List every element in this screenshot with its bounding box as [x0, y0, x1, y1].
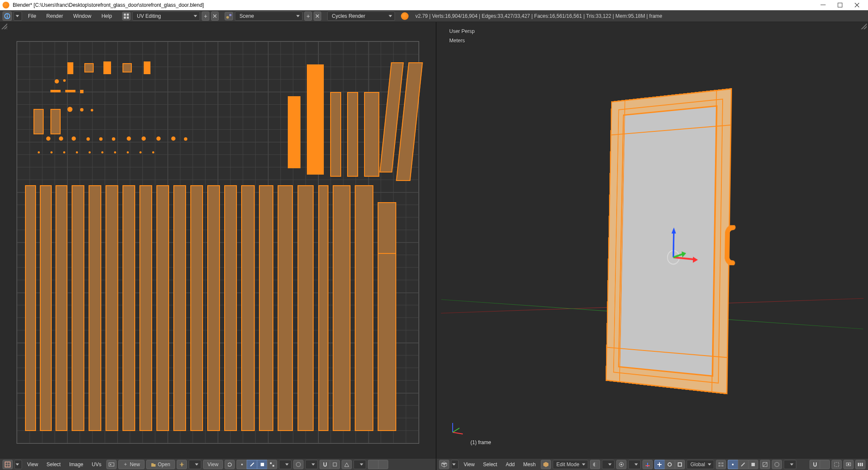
area-corner-icon[interactable] — [1, 23, 7, 29]
svg-rect-45 — [751, 463, 755, 466]
svg-rect-6 — [127, 14, 129, 16]
uv-canvas[interactable] — [17, 41, 419, 444]
transform-gizmo[interactable] — [658, 222, 704, 276]
svg-rect-31 — [333, 463, 337, 466]
door-handle — [725, 225, 737, 265]
occlude-icon[interactable] — [760, 460, 770, 469]
3d-editor-type-icon[interactable] — [439, 460, 449, 469]
layers-icon[interactable] — [716, 460, 726, 469]
pivot-icon[interactable] — [616, 460, 626, 469]
uv-face-select-icon[interactable] — [257, 460, 267, 469]
svg-rect-41 — [718, 465, 721, 467]
uv-edge-select-icon[interactable] — [247, 460, 257, 469]
image-link-icon[interactable] — [106, 460, 117, 469]
pivot-dropdown-3d[interactable] — [628, 460, 641, 469]
3d-menu-add[interactable]: Add — [502, 462, 518, 467]
prop-edit-3d-icon[interactable] — [772, 460, 782, 469]
svg-point-43 — [732, 464, 734, 465]
screen-layout-icon[interactable] — [122, 12, 131, 20]
menu-render[interactable]: Render — [42, 10, 67, 22]
door-mesh[interactable] — [606, 88, 732, 394]
minimize-button[interactable] — [815, 0, 832, 10]
vertex-select-icon[interactable] — [728, 460, 738, 469]
menu-window[interactable]: Window — [69, 10, 96, 22]
orientation-dropdown[interactable]: Global — [687, 460, 714, 469]
uv-image-editor[interactable] — [0, 22, 437, 458]
mode-dropdown[interactable]: Edit Mode — [553, 460, 588, 469]
rotate-manipulator-icon[interactable] — [665, 460, 675, 469]
main-area: User Persp Meters — [0, 22, 868, 458]
svg-rect-1 — [838, 3, 842, 7]
menu-help[interactable]: Help — [97, 10, 116, 22]
pivot-dropdown[interactable] — [189, 460, 201, 469]
shading-dropdown[interactable] — [602, 460, 615, 469]
prop-falloff-dropdown[interactable] — [305, 460, 318, 469]
uv-menu-view2[interactable]: View — [203, 460, 223, 469]
uv-select-mode-group — [236, 460, 277, 469]
scene-dropdown[interactable]: Scene — [235, 11, 303, 21]
uv-draw-other-icon[interactable] — [342, 460, 352, 469]
close-button[interactable] — [849, 0, 865, 10]
add-scene-button[interactable]: + — [304, 11, 312, 21]
uv-menu-select[interactable]: Select — [43, 462, 64, 467]
snap-target-icon[interactable] — [330, 460, 340, 469]
remove-scene-button[interactable]: ✕ — [314, 11, 321, 21]
3d-editor-type-dropdown[interactable] — [451, 460, 459, 469]
uv-menu-image[interactable]: Image — [66, 462, 86, 467]
screen-layout-dropdown[interactable]: UV Editing — [132, 11, 200, 21]
svg-rect-8 — [127, 17, 129, 19]
menu-file[interactable]: File — [24, 10, 40, 22]
uv-menu-view[interactable]: View — [24, 462, 42, 467]
face-select-icon[interactable] — [748, 460, 758, 469]
remove-layout-button[interactable]: ✕ — [211, 11, 219, 21]
mode-icon[interactable] — [541, 460, 551, 469]
add-layout-button[interactable]: + — [202, 11, 209, 21]
edge-select-icon[interactable] — [738, 460, 748, 469]
opengl-render-icon[interactable] — [843, 460, 854, 469]
uv-editor-type-icon[interactable] — [3, 460, 13, 469]
snap-icon[interactable] — [320, 460, 330, 469]
normalized-icon[interactable] — [368, 460, 378, 469]
snap-element-icon[interactable] — [820, 460, 830, 469]
prop-falloff-3d-dropdown[interactable] — [784, 460, 796, 469]
uv-vertex-select-icon[interactable] — [236, 460, 247, 469]
opengl-anim-icon[interactable] — [855, 460, 865, 469]
3d-menu-select[interactable]: Select — [480, 462, 501, 467]
mesh-select-mode-group — [728, 460, 758, 469]
3d-menu-mesh[interactable]: Mesh — [520, 462, 539, 467]
uv-island-select-icon[interactable] — [267, 460, 277, 469]
uv-editor-type-dropdown[interactable] — [14, 460, 22, 469]
new-image-button[interactable]: ＋ New — [118, 460, 145, 469]
uv-sticky-dropdown[interactable] — [279, 460, 292, 469]
3d-viewport[interactable]: User Persp Meters — [437, 22, 868, 458]
window-titlebar: Blender* [C:\Users\franc\Desktop\storefr… — [0, 0, 868, 10]
render-engine-dropdown[interactable]: Cycles Render — [327, 11, 395, 21]
uv-channels-dropdown[interactable] — [353, 460, 366, 469]
editor-type-dropdown[interactable] — [14, 11, 22, 21]
mode-label: Edit Mode — [556, 462, 579, 467]
info-editor-icon[interactable] — [3, 11, 12, 21]
shading-icon[interactable] — [590, 460, 600, 469]
uv-sync-icon[interactable] — [225, 460, 235, 469]
svg-rect-39 — [718, 462, 721, 464]
manipulator-toggle[interactable] — [643, 460, 653, 469]
svg-rect-27 — [261, 463, 264, 466]
3dview-header: View Select Add Mesh Edit Mode Global — [437, 459, 868, 470]
snap-3d-icon[interactable] — [810, 460, 820, 469]
svg-rect-29 — [273, 465, 274, 467]
open-image-button[interactable]: Open — [146, 460, 175, 469]
translate-manipulator-icon[interactable] — [654, 460, 665, 469]
svg-rect-0 — [821, 5, 826, 5]
render-border-icon[interactable] — [832, 460, 842, 469]
cursor-icon[interactable] — [378, 460, 388, 469]
prop-edit-icon[interactable] — [293, 460, 303, 469]
axis-mini-icon — [448, 420, 465, 438]
scene-icon[interactable] — [225, 12, 233, 20]
uv-menu-uvs[interactable]: UVs — [89, 462, 105, 467]
maximize-button[interactable] — [832, 0, 849, 10]
3d-menu-view[interactable]: View — [460, 462, 478, 467]
svg-point-23 — [110, 464, 111, 465]
scale-manipulator-icon[interactable] — [675, 460, 685, 469]
svg-rect-40 — [721, 462, 723, 464]
pin-icon[interactable] — [177, 460, 187, 469]
